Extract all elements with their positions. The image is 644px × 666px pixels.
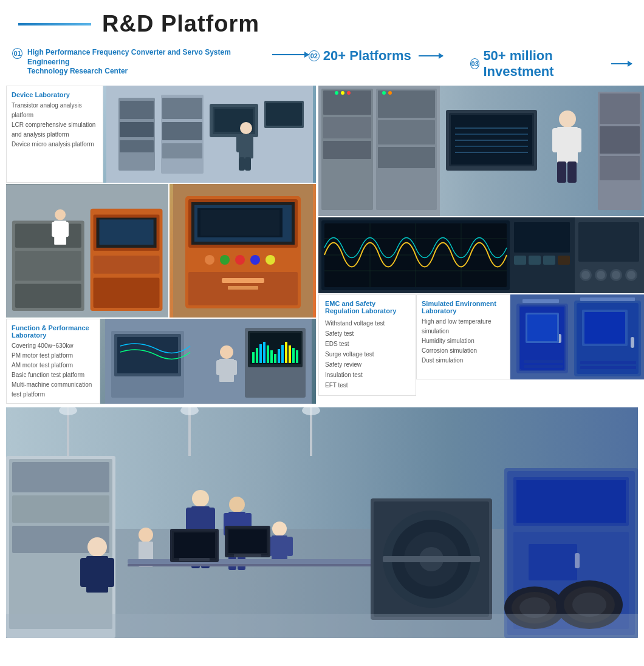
- svg-rect-63: [259, 344, 262, 363]
- subtitle-item-03: 03 50+ million Investment: [470, 48, 632, 80]
- svg-point-170: [272, 522, 287, 536]
- svg-rect-24: [15, 284, 81, 308]
- svg-rect-83: [378, 120, 435, 144]
- svg-rect-57: [231, 360, 237, 375]
- emc-item-1: Safety test: [325, 328, 409, 339]
- svg-rect-6: [162, 98, 202, 119]
- page-header: R&D Platform: [0, 0, 644, 43]
- emc-item-3: Surge voltage test: [325, 349, 409, 359]
- arrow-decoration-01: [272, 54, 309, 55]
- svg-rect-87: [451, 115, 532, 165]
- svg-rect-178: [80, 558, 88, 587]
- emc-item-4: Safety review: [325, 359, 409, 370]
- bottom-lab-image: [6, 407, 638, 638]
- svg-rect-3: [120, 122, 154, 137]
- svg-rect-188: [228, 529, 267, 553]
- svg-point-44: [235, 255, 245, 265]
- svg-rect-122: [558, 256, 570, 265]
- svg-rect-161: [208, 508, 215, 532]
- func-item-0: Covering 400w~630kw: [12, 341, 95, 351]
- simulated-lab-title: Simulated Environment Laboratory: [422, 300, 505, 314]
- main-content: Device Laboratory Transistor analog anal…: [0, 86, 644, 404]
- sim-item-0: High and low temperature simulation: [422, 317, 505, 336]
- svg-rect-19: [245, 157, 251, 171]
- svg-rect-119: [514, 256, 526, 265]
- svg-rect-95: [552, 128, 560, 152]
- svg-point-104: [341, 91, 344, 95]
- device-lab-info: Device Laboratory Transistor analog anal…: [6, 86, 103, 183]
- svg-point-126: [581, 271, 590, 279]
- svg-rect-7: [162, 122, 202, 140]
- func-item-2: AM motor test platform: [12, 361, 95, 370]
- func-item-1: PM motor test platform: [12, 351, 95, 361]
- svg-rect-96: [574, 128, 581, 152]
- svg-rect-70: [285, 342, 287, 363]
- svg-rect-145: [522, 299, 559, 303]
- subtitle-label-03: 50+ million Investment: [483, 48, 604, 80]
- svg-rect-179: [106, 558, 114, 587]
- svg-rect-34: [64, 222, 69, 237]
- emc-sim-row: EMC and Safety Regulation Laboratory Wit…: [318, 294, 644, 396]
- subtitle-row: 01 High Performance Frequency Converter …: [0, 43, 644, 86]
- oscilloscope-image: [318, 217, 644, 293]
- emc-lab-info: EMC and Safety Regulation Laboratory Wit…: [318, 294, 416, 396]
- svg-rect-149: [580, 361, 636, 364]
- arrow-decoration-03: [611, 63, 632, 64]
- svg-rect-72: [292, 348, 295, 363]
- svg-rect-200: [516, 480, 626, 523]
- svg-rect-177: [86, 556, 108, 593]
- device-lab-row: Device Laboratory Transistor analog anal…: [6, 86, 316, 183]
- svg-point-132: [627, 271, 635, 279]
- func-item-3: Basic function test platform: [12, 370, 95, 380]
- left-column: Device Laboratory Transistor analog anal…: [6, 86, 316, 404]
- simulated-env-section: Simulated Environment Laboratory High an…: [416, 294, 644, 396]
- device-lab-item-0: Transistor analog analysis platform: [12, 101, 98, 120]
- svg-rect-22: [15, 223, 81, 248]
- svg-rect-67: [274, 354, 276, 363]
- svg-rect-4: [120, 140, 154, 152]
- sim-item-1: Humidity simulation: [422, 336, 505, 346]
- svg-point-31: [55, 209, 66, 220]
- svg-rect-71: [289, 345, 291, 363]
- emc-item-6: EFT test: [325, 380, 409, 390]
- svg-point-158: [192, 490, 209, 507]
- svg-rect-64: [263, 342, 265, 363]
- svg-rect-184: [174, 532, 215, 558]
- device-lab-item-2: Device micro analysis platform: [12, 140, 98, 149]
- svg-rect-156: [12, 495, 109, 523]
- subtitle-item-01: 01 High Performance Frequency Converter …: [12, 48, 309, 76]
- svg-rect-173: [287, 537, 293, 556]
- svg-rect-80: [323, 141, 371, 159]
- svg-rect-41: [200, 210, 279, 236]
- svg-point-103: [335, 91, 338, 95]
- svg-rect-68: [278, 349, 280, 363]
- simulated-lab-image: [510, 294, 644, 379]
- svg-rect-155: [12, 462, 109, 492]
- svg-point-93: [559, 110, 576, 127]
- svg-rect-210: [6, 614, 638, 638]
- emc-lab-title: EMC and Safety Regulation Laboratory: [325, 300, 409, 314]
- svg-rect-97: [557, 161, 566, 183]
- svg-rect-118: [514, 222, 570, 253]
- simulated-lab-info: Simulated Environment Laboratory High an…: [416, 294, 510, 379]
- svg-rect-148: [524, 365, 563, 368]
- svg-point-42: [205, 255, 214, 265]
- func-item-4: Multi-machine communication test platfor…: [12, 380, 95, 399]
- svg-rect-62: [256, 348, 258, 363]
- svg-rect-150: [580, 366, 636, 369]
- svg-rect-56: [216, 360, 222, 375]
- svg-point-209: [572, 593, 606, 617]
- function-lab-info: Function & Performance Laboratory Coveri…: [6, 319, 100, 404]
- svg-rect-160: [186, 508, 193, 532]
- svg-rect-100: [600, 93, 640, 124]
- svg-rect-185: [179, 558, 210, 561]
- svg-rect-84: [378, 147, 435, 168]
- svg-rect-53: [117, 337, 178, 373]
- subtitle-item-02: 02 20+ Platforms: [309, 48, 470, 64]
- svg-rect-16: [236, 135, 242, 152]
- svg-rect-189: [234, 554, 261, 557]
- svg-point-46: [265, 255, 275, 265]
- emc-item-5: Insulation test: [325, 370, 409, 380]
- subtitle-label-02: 20+ Platforms: [323, 48, 411, 64]
- svg-rect-61: [252, 352, 255, 363]
